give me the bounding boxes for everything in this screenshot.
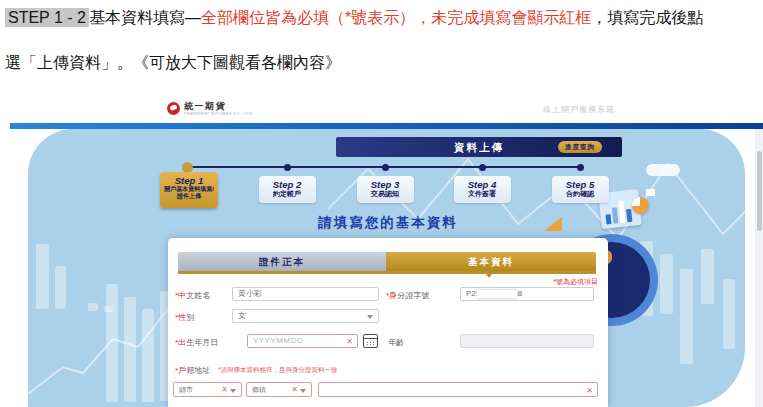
chevron-down-icon	[230, 389, 236, 393]
age-input	[460, 334, 594, 348]
step-4-label: 文件簽署	[454, 190, 511, 198]
address-label: *戶籍地址	[175, 365, 210, 376]
age-label: 年齡	[388, 337, 404, 348]
pie-chart-illustration	[632, 197, 649, 214]
clear-icon[interactable]: ✕	[291, 383, 298, 396]
id-number-input[interactable]: P28	[460, 287, 594, 301]
calendar-icon[interactable]	[363, 334, 378, 348]
id-number-label: *身分證字號	[386, 290, 429, 301]
brand-logo-icon	[167, 102, 180, 115]
step-4-title: Step 4	[454, 176, 511, 190]
tab-basic-info[interactable]: 基本資料	[386, 252, 596, 271]
step-2-label: 約定帳戶	[259, 190, 316, 198]
name-label: *中文姓名	[175, 290, 210, 301]
bar-decoration	[55, 266, 66, 309]
name-input[interactable]: 黃小彩	[232, 287, 379, 301]
district-select[interactable]: 鄉鎮 ✕	[246, 382, 312, 397]
step-1-title: Step 1	[160, 172, 218, 186]
scrollbar-thumb[interactable]	[757, 151, 762, 231]
birthdate-input[interactable]: YYYYMMDD ✕	[247, 334, 358, 348]
bar-decoration	[36, 244, 49, 309]
gender-label: *性別	[175, 312, 194, 323]
gender-select[interactable]: 女	[232, 309, 379, 323]
app-screenshot: 統一期貨 PRESIDENT FUTURES CO., LTD. 線上開戶服務系…	[10, 96, 763, 407]
tab-underline	[178, 271, 596, 274]
system-name: 線上開戶服務系統	[520, 104, 615, 115]
stepper-step-3[interactable]: Step 3 交易認知	[357, 176, 414, 203]
scrollbar-track[interactable]	[755, 129, 763, 407]
instruction-red: 全部欄位皆為必填（*號表示），未完成填寫會顯示紅框	[201, 9, 591, 26]
city-select[interactable]: 縣市 ✕	[173, 382, 242, 397]
active-tab-caret-icon	[486, 274, 492, 278]
clear-icon[interactable]: ✕	[221, 383, 228, 396]
step-1-label: 開戶基本資料填寫/證件上傳	[160, 186, 218, 200]
required-note: *號為必填項目	[553, 277, 598, 287]
cloud-decoration	[646, 164, 680, 176]
step-5-title: Step 5	[552, 176, 609, 190]
step-3-title: Step 3	[357, 176, 414, 190]
bar-decoration	[142, 309, 154, 402]
brand-subtitle: PRESIDENT FUTURES CO., LTD.	[184, 111, 254, 116]
stepper-step-2[interactable]: Step 2 約定帳戶	[259, 176, 316, 203]
bar-decoration	[106, 284, 118, 402]
clear-icon[interactable]: ✕	[586, 383, 593, 398]
birthdate-label: *出生年月日	[175, 337, 218, 348]
step-tag: STEP 1 - 2	[5, 8, 89, 27]
step-dot-2	[284, 164, 291, 171]
instruction-line-2: 選「上傳資料」。《可放大下圖觀看各欄內容》	[5, 53, 341, 74]
bar-decoration	[124, 297, 136, 402]
envelope-illustration	[646, 189, 655, 196]
bar-decoration	[723, 279, 735, 349]
id-redaction-box	[477, 290, 517, 298]
gold-triangle-decoration	[544, 217, 562, 231]
bar-decoration	[660, 254, 673, 314]
stepper-step-5[interactable]: Step 5 合約確認	[552, 176, 609, 203]
basic-info-panel: 證件正本 基本資料 *號為必填項目 *中文姓名 黃小彩 *身分證字號 P28 *…	[168, 238, 608, 407]
clear-icon[interactable]: ✕	[346, 335, 353, 348]
stepper-step-4[interactable]: Step 4 文件簽署	[454, 176, 511, 203]
step-dot-1	[182, 162, 193, 173]
bar-decoration	[701, 249, 714, 304]
chevron-down-icon	[367, 315, 373, 319]
address-input[interactable]: ✕	[318, 382, 598, 397]
step-2-title: Step 2	[259, 176, 316, 190]
stepper-step-1[interactable]: Step 1 開戶基本資料填寫/證件上傳	[160, 172, 218, 208]
address-note: *須與謄本資料相符，且與身分證資料一致	[218, 366, 338, 375]
bar-decoration	[680, 269, 693, 364]
bar-decoration	[88, 303, 98, 311]
page: STEP 1 - 2基本資料填寫—全部欄位皆為必填（*號表示），未完成填寫會顯示…	[0, 0, 763, 407]
step-5-label: 合約確認	[552, 190, 609, 198]
progress-query-button[interactable]: 進度查詢	[558, 141, 602, 153]
step-dot-5	[577, 164, 584, 171]
step-dot-4	[479, 164, 486, 171]
step-3-label: 交易認知	[357, 190, 414, 198]
instruction-black-2: ，填寫完成後點	[591, 9, 703, 26]
section-title-bar: 資料上傳 進度查詢	[336, 137, 622, 157]
instruction-black-1: 基本資料填寫—	[89, 9, 201, 26]
step-dot-3	[382, 164, 389, 171]
instruction-line-1: STEP 1 - 2基本資料填寫—全部欄位皆為必填（*號表示），未完成填寫會顯示…	[5, 8, 703, 29]
tab-id-documents[interactable]: 證件正本	[178, 252, 386, 271]
form-heading: 請填寫您的基本資料	[243, 214, 533, 232]
chevron-down-icon	[300, 389, 306, 393]
